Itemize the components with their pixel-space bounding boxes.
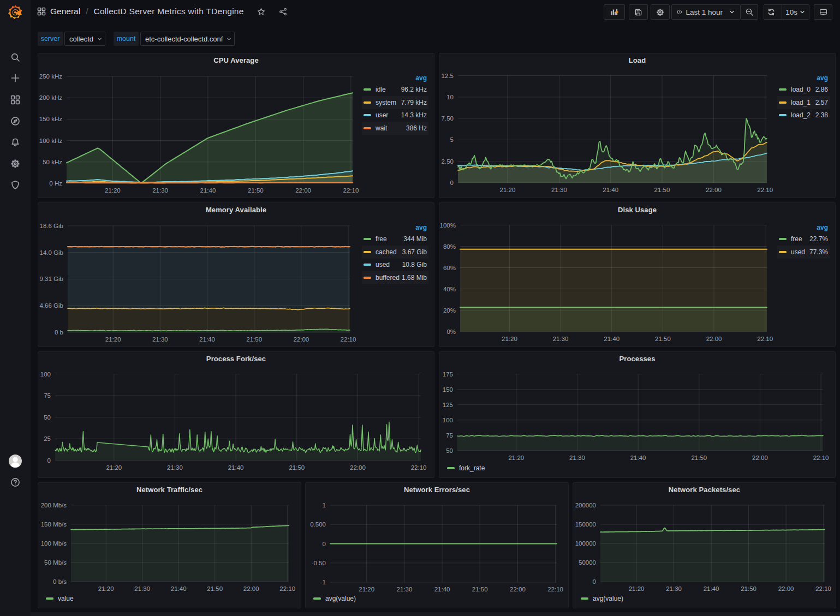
svg-text:21:50: 21:50 [289, 464, 305, 471]
svg-text:21:20: 21:20 [359, 586, 374, 593]
svg-text:9.31 Gib: 9.31 Gib [40, 276, 63, 282]
svg-text:100: 100 [443, 417, 453, 423]
svg-text:21:50: 21:50 [654, 187, 670, 193]
svg-text:7.50: 7.50 [442, 115, 454, 122]
svg-text:21:50: 21:50 [207, 585, 223, 592]
svg-text:22:00: 22:00 [295, 187, 311, 194]
svg-text:21:40: 21:40 [200, 187, 216, 194]
svg-text:200000: 200000 [575, 502, 596, 509]
svg-text:200 Mb/s: 200 Mb/s [41, 502, 67, 509]
svg-text:21:20: 21:20 [105, 336, 121, 343]
svg-text:21:40: 21:40 [199, 336, 215, 343]
svg-text:21:50: 21:50 [741, 585, 756, 592]
svg-text:22:10: 22:10 [815, 585, 831, 592]
svg-text:22:00: 22:00 [752, 454, 768, 461]
svg-text:21:40: 21:40 [630, 454, 646, 461]
svg-text:0 b: 0 b [55, 329, 63, 336]
svg-text:22:10: 22:10 [547, 586, 563, 593]
svg-text:-0.50: -0.50 [312, 560, 326, 566]
svg-text:21:50: 21:50 [248, 187, 264, 194]
svg-text:14.0 Gib: 14.0 Gib [40, 249, 63, 256]
svg-text:100: 100 [40, 371, 51, 378]
svg-text:21:20: 21:20 [502, 336, 517, 342]
svg-text:250 kHz: 250 kHz [39, 73, 62, 80]
svg-text:5: 5 [450, 136, 454, 143]
svg-text:0 Hz: 0 Hz [49, 180, 62, 187]
svg-text:21:40: 21:40 [171, 585, 187, 592]
svg-text:21:30: 21:30 [569, 454, 585, 461]
svg-text:75: 75 [446, 432, 453, 439]
svg-text:22:00: 22:00 [293, 336, 309, 343]
svg-text:50 kHz: 50 kHz [43, 159, 62, 165]
svg-text:22:00: 22:00 [706, 187, 722, 193]
svg-text:21:30: 21:30 [134, 585, 150, 592]
svg-text:22:10: 22:10 [813, 454, 829, 461]
svg-text:22:00: 22:00 [706, 336, 722, 342]
svg-text:175: 175 [443, 371, 453, 378]
svg-text:22:10: 22:10 [757, 336, 773, 342]
svg-text:100000: 100000 [575, 540, 596, 547]
svg-text:150: 150 [443, 386, 453, 393]
svg-text:21:20: 21:20 [508, 454, 524, 461]
svg-text:22:00: 22:00 [243, 585, 259, 592]
svg-text:18.6 Gib: 18.6 Gib [40, 223, 63, 229]
svg-text:0: 0 [323, 541, 326, 547]
svg-text:10: 10 [446, 94, 454, 100]
svg-text:2.50: 2.50 [442, 158, 454, 165]
svg-text:21:30: 21:30 [152, 336, 168, 343]
svg-text:20%: 20% [443, 307, 456, 314]
svg-text:21:40: 21:40 [604, 336, 619, 342]
svg-text:21:40: 21:40 [603, 187, 618, 193]
svg-text:22:10: 22:10 [757, 187, 773, 193]
svg-text:0%: 0% [446, 328, 456, 335]
svg-text:12.5: 12.5 [442, 73, 454, 79]
svg-text:21:30: 21:30 [553, 336, 569, 342]
svg-text:22:10: 22:10 [279, 585, 295, 592]
svg-text:21:30: 21:30 [551, 187, 567, 193]
svg-text:21:40: 21:40 [228, 464, 244, 471]
svg-text:21:20: 21:20 [106, 464, 122, 471]
svg-text:21:50: 21:50 [655, 336, 671, 342]
svg-text:22:00: 22:00 [350, 464, 366, 471]
svg-text:21:50: 21:50 [246, 336, 262, 343]
svg-text:100%: 100% [440, 222, 456, 229]
svg-text:200 kHz: 200 kHz [39, 94, 62, 101]
svg-text:-1: -1 [320, 579, 326, 585]
svg-text:0 b/s: 0 b/s [53, 578, 67, 585]
svg-text:50 Mb/s: 50 Mb/s [44, 559, 67, 566]
svg-text:0: 0 [593, 578, 596, 585]
svg-text:50: 50 [44, 414, 51, 421]
svg-text:21:50: 21:50 [472, 586, 488, 593]
svg-text:0.500: 0.500 [310, 521, 326, 528]
svg-text:40%: 40% [443, 286, 456, 292]
svg-text:21:50: 21:50 [691, 454, 707, 461]
svg-text:150 Mb/s: 150 Mb/s [41, 521, 67, 528]
svg-text:100 Mb/s: 100 Mb/s [41, 540, 67, 547]
svg-text:150 kHz: 150 kHz [39, 116, 62, 122]
svg-text:0: 0 [450, 180, 454, 186]
svg-text:22:10: 22:10 [343, 187, 359, 194]
svg-text:22:10: 22:10 [411, 464, 427, 471]
svg-text:100 kHz: 100 kHz [39, 137, 62, 144]
svg-text:150000: 150000 [575, 521, 596, 528]
svg-text:21:20: 21:20 [98, 585, 114, 592]
svg-text:80%: 80% [443, 243, 456, 250]
svg-text:22:00: 22:00 [778, 585, 794, 592]
svg-text:22:00: 22:00 [510, 586, 526, 593]
svg-text:21:30: 21:30 [167, 464, 183, 471]
svg-text:21:20: 21:20 [105, 187, 121, 194]
svg-text:50000: 50000 [579, 559, 596, 566]
svg-text:21:30: 21:30 [152, 187, 168, 194]
svg-text:0: 0 [47, 457, 51, 464]
svg-text:50: 50 [446, 447, 453, 454]
svg-text:4.66 Gib: 4.66 Gib [40, 302, 63, 309]
svg-text:22:10: 22:10 [341, 336, 356, 343]
svg-text:125: 125 [443, 402, 453, 408]
svg-text:60%: 60% [443, 265, 456, 271]
svg-text:21:40: 21:40 [704, 585, 719, 592]
svg-text:21:20: 21:20 [500, 187, 516, 193]
svg-text:21:20: 21:20 [629, 585, 645, 592]
svg-text:25: 25 [44, 435, 51, 442]
svg-text:21:30: 21:30 [666, 585, 682, 592]
svg-text:21:30: 21:30 [397, 586, 413, 593]
